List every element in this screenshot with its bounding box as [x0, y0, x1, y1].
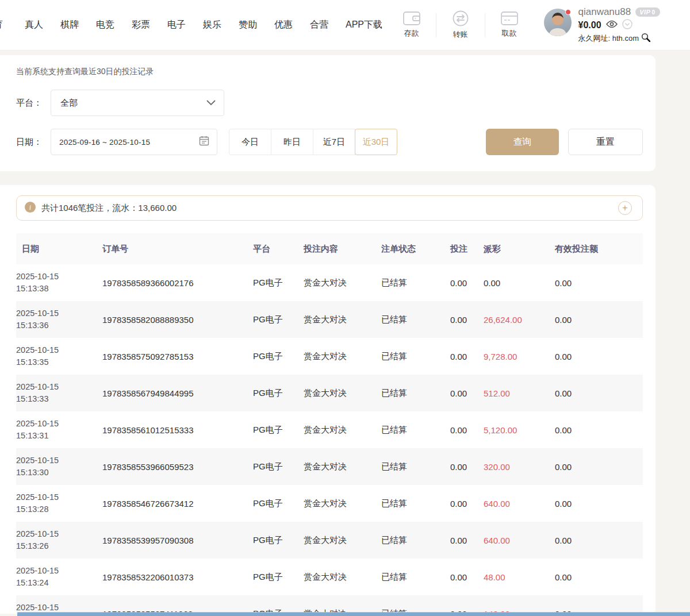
- cell-order-number: 1978358582088889350: [98, 315, 248, 325]
- cell-order-number: 1978358589366002176: [98, 278, 248, 288]
- table-row: 2025-10-1515:13:381978358589366002176PG电…: [16, 264, 643, 301]
- search-button[interactable]: 查询: [486, 129, 559, 155]
- cell-order-number: 1978358567949844995: [98, 388, 248, 398]
- column-header-5: 注单状态: [377, 244, 446, 255]
- cell-order-number: 1978358561012515333: [98, 425, 248, 435]
- summary-bar: i 共计1046笔投注，流水：13,660.00 +: [16, 195, 643, 221]
- chevron-down-icon: [206, 98, 216, 108]
- notification-dot: [565, 9, 571, 15]
- table-body: 2025-10-1515:13:381978358589366002176PG电…: [16, 264, 643, 614]
- cell-bet-amount: 0.00: [446, 462, 479, 472]
- cell-valid-amount: 0.00: [550, 388, 643, 398]
- quick-range-1[interactable]: 今日: [229, 129, 271, 155]
- eye-icon[interactable]: [606, 20, 618, 30]
- nav-item-9[interactable]: 优惠: [274, 19, 293, 31]
- reset-button[interactable]: 重置: [568, 129, 643, 155]
- nav-item-10[interactable]: 合营: [310, 19, 328, 31]
- records-panel: i 共计1046笔投注，流水：13,660.00 + 日期订单号平台投注内容注单…: [0, 185, 656, 614]
- column-header-8: 有效投注额: [550, 244, 643, 255]
- action-withdraw[interactable]: 取款: [491, 11, 528, 38]
- chevron-circle-icon[interactable]: [622, 19, 632, 32]
- nav-item-6[interactable]: 电子: [167, 19, 186, 31]
- cell-bet-content: 赏金大对决: [299, 572, 377, 583]
- cell-payout: 640.00: [479, 536, 550, 545]
- date-range-input[interactable]: 2025-09-16 ~ 2025-10-15: [51, 129, 217, 155]
- cell-platform: PG电子: [248, 314, 299, 325]
- platform-label: 平台：: [16, 98, 51, 109]
- cell-order-number: 1978358575092785153: [98, 352, 248, 361]
- cell-order-number: 1978358546726673412: [98, 499, 248, 509]
- nav-item-11[interactable]: APP下载: [346, 19, 382, 31]
- nav-item-2[interactable]: 真人: [25, 19, 43, 31]
- cell-date: 2025-10-1515:13:38: [16, 271, 98, 295]
- cell-bet-content: 赏金大对决: [299, 461, 377, 472]
- action-label: 取款: [502, 28, 517, 38]
- table-row: 2025-10-1515:13:261978358539957090308PG电…: [16, 522, 643, 559]
- cell-payout: 320.00: [479, 462, 550, 472]
- column-header-1: 日期: [16, 244, 98, 255]
- nav-item-3[interactable]: 棋牌: [60, 19, 79, 31]
- column-header-2: 订单号: [98, 244, 248, 255]
- cell-order-number: 1978358532206010373: [98, 572, 248, 582]
- cell-date: 2025-10-1515:13:31: [16, 418, 98, 442]
- nav-item-label: 电竞: [96, 20, 114, 29]
- quick-range-2[interactable]: 昨日: [271, 129, 313, 155]
- column-header-3: 平台: [248, 244, 299, 255]
- divider: [485, 13, 485, 37]
- cell-platform: PG电子: [248, 535, 299, 546]
- filter-panel: 当前系统支持查询最近30日的投注记录 平台： 全部 日期： 2025-09-16…: [0, 55, 656, 171]
- cell-valid-amount: 0.00: [550, 536, 643, 545]
- nav-item-label: 育: [0, 19, 3, 31]
- vip-badge[interactable]: VIP 0: [635, 7, 660, 17]
- nav-item-1[interactable]: 育: [0, 19, 7, 31]
- avatar[interactable]: [544, 9, 572, 36]
- cell-date: 2025-10-1515:13:30: [16, 455, 98, 479]
- info-icon: i: [25, 202, 36, 215]
- cell-date: 2025-10-1515:13:24: [16, 565, 98, 589]
- nav-item-8[interactable]: 赞助: [239, 19, 257, 31]
- table-row: 2025-10-1515:13:231978358525587411968PG电…: [16, 595, 643, 614]
- table-row: 2025-10-1515:13:351978358575092785153PG电…: [16, 338, 643, 375]
- cell-date: 2025-10-1515:13:35: [16, 344, 98, 368]
- cell-bet-content: 赏金大对决: [299, 314, 377, 325]
- action-wallet[interactable]: 存款: [393, 11, 430, 38]
- quick-range-4[interactable]: 近30日: [355, 129, 397, 155]
- svg-text:i: i: [29, 203, 31, 211]
- permanent-url-label: 永久网址: hth.com: [578, 33, 639, 44]
- cell-status: 已结算: [377, 425, 446, 436]
- cell-status: 已结算: [377, 278, 446, 288]
- cell-valid-amount: 0.00: [550, 572, 643, 582]
- cell-status: 已结算: [377, 535, 446, 546]
- platform-select[interactable]: 全部: [51, 90, 224, 116]
- search-icon[interactable]: [641, 33, 650, 44]
- cell-status: 已结算: [377, 572, 446, 583]
- column-header-4: 投注内容: [299, 244, 377, 255]
- cell-status: 已结算: [377, 351, 446, 362]
- cell-date: 2025-10-1515:13:28: [16, 491, 98, 515]
- plus-circle-icon[interactable]: +: [618, 201, 632, 215]
- vip-badge-level: 0: [651, 9, 655, 16]
- vip-badge-text: VIP: [639, 9, 650, 16]
- cell-payout: 512.00: [479, 388, 550, 398]
- action-transfer[interactable]: 转账: [442, 10, 479, 40]
- action-label: 转账: [453, 29, 468, 40]
- nav-item-4[interactable]: 电竞: [96, 19, 114, 31]
- quick-range-3[interactable]: 近7日: [313, 129, 355, 155]
- nav-item-5[interactable]: 彩票: [132, 19, 150, 31]
- nav-item-label: 彩票: [132, 20, 150, 29]
- date-label: 日期：: [16, 137, 51, 148]
- nav-item-7[interactable]: 娱乐: [203, 19, 221, 31]
- user-block: qianwanu88 VIP 0 ¥0.00: [544, 6, 661, 44]
- cell-payout: 48.00: [479, 572, 550, 582]
- cell-bet-content: 赏金大对决: [299, 425, 377, 436]
- table-row: 2025-10-1515:13:281978358546726673412PG电…: [16, 485, 643, 522]
- date-range-value: 2025-09-16 ~ 2025-10-15: [59, 138, 150, 147]
- nav-item-label: 娱乐: [203, 20, 221, 29]
- cell-bet-amount: 0.00: [446, 278, 479, 288]
- cell-bet-amount: 0.00: [446, 572, 479, 582]
- cell-status: 已结算: [377, 498, 446, 509]
- cell-payout: 640.00: [479, 499, 550, 509]
- cell-platform: PG电子: [248, 351, 299, 362]
- cell-platform: PG电子: [248, 498, 299, 509]
- bottom-bar: [17, 612, 690, 616]
